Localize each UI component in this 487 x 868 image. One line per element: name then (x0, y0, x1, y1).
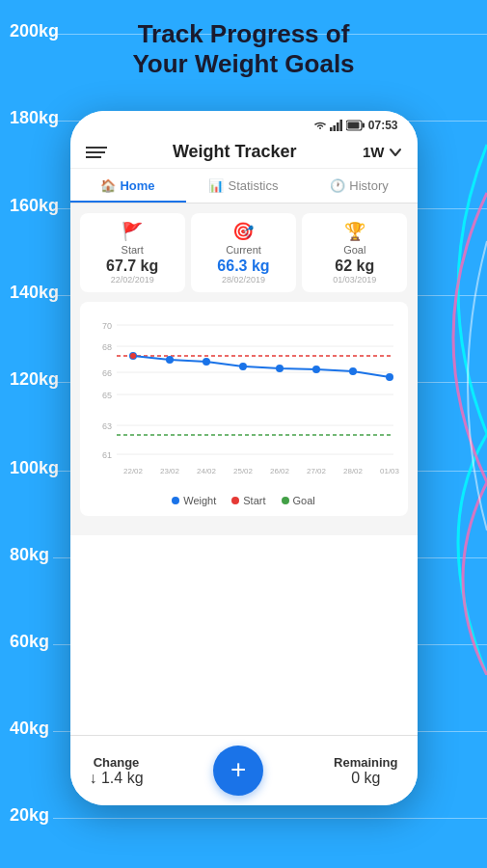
bottom-bar: Change ↓ 1.4 kg + Remaining 0 kg (70, 735, 418, 805)
start-value: 67.7 kg (88, 258, 177, 275)
stat-card-current: 🎯 Current 66.3 kg 28/02/2019 (191, 213, 296, 292)
chart-legend: Weight Start Goal (90, 495, 398, 506)
bg-label-140: 140kg (10, 283, 59, 303)
tab-history[interactable]: 🕐 History (302, 169, 418, 203)
bg-label-60: 60kg (10, 632, 49, 652)
current-icon: 🎯 (199, 221, 288, 242)
svg-rect-2 (337, 122, 339, 131)
app-title: Weight Tracker (173, 142, 297, 162)
svg-text:28/02: 28/02 (342, 467, 363, 475)
top-bar: Weight Tracker 1W (70, 136, 418, 169)
svg-text:70: 70 (101, 321, 111, 331)
chevron-down-icon (389, 148, 402, 157)
goal-icon: 🏆 (310, 221, 399, 242)
plus-icon: + (230, 756, 246, 783)
bg-label-20: 20kg (10, 805, 49, 826)
bg-label-160: 160kg (10, 196, 59, 216)
current-value: 66.3 kg (199, 258, 288, 275)
bg-label-40: 40kg (10, 719, 49, 739)
tab-history-label: History (349, 178, 388, 193)
goal-date: 01/03/2019 (310, 275, 399, 285)
tab-home[interactable]: 🏠 Home (70, 169, 186, 203)
tab-statistics[interactable]: 📊 Statistics (186, 169, 302, 203)
remaining-value: 0 kg (334, 770, 397, 787)
legend-goal-label: Goal (293, 495, 315, 506)
wifi-icon (313, 120, 327, 131)
goal-value: 62 kg (310, 258, 399, 275)
svg-point-36 (386, 373, 393, 381)
svg-point-33 (276, 365, 284, 372)
change-label: Change (90, 755, 144, 770)
bg-label-100: 100kg (10, 458, 59, 478)
svg-point-37 (130, 353, 136, 359)
current-label: Current (199, 244, 288, 256)
svg-text:25/02: 25/02 (232, 467, 253, 475)
tab-home-label: Home (120, 178, 154, 193)
svg-text:23/02: 23/02 (159, 467, 179, 475)
svg-point-31 (203, 358, 210, 366)
svg-point-32 (239, 363, 247, 370)
hamburger-menu[interactable] (86, 147, 107, 158)
period-value: 1W (363, 144, 385, 160)
svg-text:27/02: 27/02 (306, 467, 326, 475)
svg-point-30 (166, 356, 174, 364)
status-time: 07:53 (368, 119, 398, 132)
legend-start: Start (231, 495, 265, 506)
svg-point-35 (349, 367, 357, 375)
legend-weight: Weight (172, 495, 216, 506)
svg-text:63: 63 (101, 421, 111, 431)
weight-dot (172, 497, 179, 504)
phone-mockup: 07:53 Weight Tracker 1W 🏠 Home 📊 Statist… (70, 111, 418, 805)
svg-rect-1 (333, 125, 336, 131)
status-icons: 07:53 (313, 119, 402, 132)
svg-rect-0 (330, 127, 333, 131)
svg-text:66: 66 (101, 368, 111, 378)
svg-text:24/02: 24/02 (196, 467, 216, 475)
remaining-label: Remaining (334, 755, 397, 770)
statistics-icon: 📊 (208, 178, 224, 193)
svg-rect-6 (347, 122, 359, 129)
svg-rect-3 (339, 120, 342, 131)
svg-rect-5 (362, 123, 365, 128)
start-label: Start (88, 244, 177, 256)
deco-curves (410, 96, 487, 675)
battery-icon (346, 120, 365, 131)
change-stat: Change ↓ 1.4 kg (90, 755, 144, 787)
bg-label-80: 80kg (10, 545, 49, 565)
history-icon: 🕐 (330, 178, 345, 193)
svg-text:22/02: 22/02 (122, 467, 143, 475)
stat-card-goal: 🏆 Goal 62 kg 01/03/2019 (302, 213, 407, 292)
start-icon: 🚩 (88, 221, 177, 242)
current-date: 28/02/2019 (199, 275, 288, 285)
goal-dot (282, 497, 289, 504)
remaining-stat: Remaining 0 kg (334, 755, 397, 787)
svg-point-34 (312, 366, 320, 373)
svg-text:68: 68 (101, 342, 111, 352)
add-entry-button[interactable]: + (213, 746, 263, 796)
nav-tabs: 🏠 Home 📊 Statistics 🕐 History (70, 169, 418, 203)
stat-card-start: 🚩 Start 67.7 kg 22/02/2019 (80, 213, 185, 292)
main-content: 🚩 Start 67.7 kg 22/02/2019 🎯 Current 66.… (70, 203, 418, 535)
bg-label-180: 180kg (10, 108, 59, 128)
status-bar: 07:53 (70, 111, 418, 136)
home-icon: 🏠 (100, 178, 116, 193)
bg-label-120: 120kg (10, 369, 59, 390)
legend-start-label: Start (243, 495, 265, 506)
start-date: 22/02/2019 (88, 275, 177, 285)
start-dot (231, 497, 239, 504)
svg-text:26/02: 26/02 (269, 467, 289, 475)
svg-text:65: 65 (101, 391, 111, 400)
tab-statistics-label: Statistics (228, 178, 278, 193)
legend-goal: Goal (282, 495, 315, 506)
svg-text:01/03: 01/03 (379, 467, 399, 475)
goal-label: Goal (310, 244, 399, 256)
weight-chart: 70 68 66 65 63 61 22/02 23/02 24/02 25/0… (90, 312, 398, 485)
svg-text:61: 61 (101, 450, 111, 460)
period-selector[interactable]: 1W (363, 144, 402, 160)
change-value: ↓ 1.4 kg (90, 770, 144, 787)
legend-weight-label: Weight (183, 495, 216, 506)
chart-area: 70 68 66 65 63 61 22/02 23/02 24/02 25/0… (80, 302, 408, 516)
signal-icon (330, 120, 343, 131)
page-header: Track Progress ofYour Weight Goals (0, 19, 487, 79)
stats-row: 🚩 Start 67.7 kg 22/02/2019 🎯 Current 66.… (80, 213, 408, 292)
